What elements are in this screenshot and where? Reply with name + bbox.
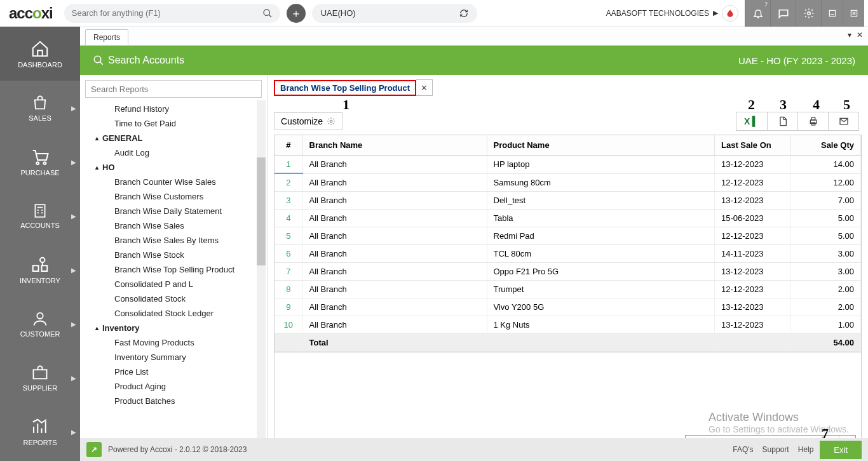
nav-label: PURCHASE [20,169,59,177]
exit-button[interactable]: Exit [820,441,862,459]
printer-icon [808,116,818,126]
footer-link-help[interactable]: Help [798,445,814,454]
tree-item[interactable]: Time to Get Paid [90,116,267,131]
tree-group-ho[interactable]: ▴HO [90,160,267,175]
header-bar: accoxi ＋ UAE(HO) AABASOFT TECHNOLOGIES ▶… [0,0,868,27]
tree-item[interactable]: Audit Log [90,145,267,160]
app-logo: accoxi [4,4,59,22]
table-row[interactable]: 2All BranchSamsung 80cm12-12-202312.00 [275,173,861,192]
nav-sales[interactable]: SALES ▶ [0,81,80,135]
table-row[interactable]: 9All BranchVivo Y200 5G13-12-20232.00 [275,298,861,316]
bell-badge: 7 [764,1,768,8]
bell-icon[interactable]: 7 [745,0,770,27]
total-label: Total [302,334,487,352]
table-row[interactable]: 4All BranchTabla15-06-20235.00 [275,210,861,227]
tree-item[interactable]: Branch Wise Sales By Items [90,233,267,248]
content-tab-close[interactable]: ✕ [416,79,433,96]
customize-button[interactable]: Customize [274,112,342,130]
tab-dropdown-icon[interactable]: ▾ [848,30,851,39]
col-branch[interactable]: Branch Name [302,135,487,156]
tree-item[interactable]: Branch Wise Stock [90,248,267,262]
chat-icon[interactable] [770,0,796,27]
export-pdf-button[interactable] [767,112,797,130]
search-icon [262,8,273,18]
search-icon [93,55,104,66]
chevron-right-icon: ▶ [71,320,76,327]
main-area: Reports ▾ ✕ Search Accounts UAE - HO (FY… [80,27,868,461]
main-tab-reports[interactable]: Reports [85,29,128,45]
tree-item[interactable]: Refund History [90,102,267,116]
table-row[interactable]: 3All BranchDell_test13-12-20237.00 [275,192,861,210]
tree-item[interactable]: Fast Moving Products [90,335,267,350]
tree-item[interactable]: Consolidated Stock [90,291,267,306]
tree-item[interactable]: Branch Wise Top Selling Product [90,262,267,277]
footer-link-faq[interactable]: FAQ's [733,445,753,454]
nav-dashboard[interactable]: DASHBOARD [0,27,80,81]
table-row[interactable]: 7All BranchOppo F21 Pro 5G13-12-20233.00 [275,263,861,281]
svg-line-1 [269,15,271,17]
left-nav: DASHBOARD SALES ▶ PURCHASE ▶ ACCOUNTS ▶ … [0,27,80,461]
col-lastsale[interactable]: Last Sale On [715,135,791,156]
tree-group-inventory[interactable]: ▴Inventory [90,321,267,335]
add-button[interactable]: ＋ [287,4,306,23]
table-row[interactable]: 1All BranchHP laptop13-12-202314.00 [275,156,861,174]
scrollbar-thumb[interactable] [257,157,266,265]
svg-point-18 [40,257,45,262]
notification-dot[interactable] [722,5,738,22]
content-tab[interactable]: Branch Wise Top Selling Product [274,80,416,96]
col-product[interactable]: Product Name [487,135,715,156]
annotation-7: 7 [822,425,829,442]
nav-customer[interactable]: CUSTOMER ▶ [0,297,80,351]
col-qty[interactable]: Sale Qty [791,135,861,156]
export-excel-button[interactable]: X ▍ [736,112,767,130]
tree-item[interactable]: Branch Wise Sales [90,218,267,233]
gear-icon[interactable] [796,0,821,27]
nav-purchase[interactable]: PURCHASE ▶ [0,135,80,189]
tree-item[interactable]: Consolidated Stock Ledger [90,306,267,321]
annotation-2: 2 [748,97,755,113]
svg-rect-29 [811,117,815,120]
email-button[interactable] [828,112,858,130]
table-row[interactable]: 8All BranchTrumpet12-12-20232.00 [275,281,861,298]
global-search-input[interactable] [72,8,262,18]
col-index[interactable]: # [275,135,302,156]
table-row[interactable]: 10All Branch1 Kg Nuts13-12-20231.00 [275,316,861,334]
reports-search-input[interactable] [91,84,256,94]
tree-item[interactable]: Branch Wise Customers [90,189,267,204]
tree-item[interactable]: Consolidated P and L [90,277,267,291]
tree-item[interactable]: Product Batches [90,394,267,408]
minimize-icon[interactable] [821,0,843,27]
branch-selector[interactable]: UAE(HO) [312,4,477,23]
footer-link-support[interactable]: Support [763,445,789,454]
close-window-icon[interactable] [843,0,864,27]
global-search[interactable] [64,4,280,23]
refresh-icon [459,9,468,18]
nav-label: REPORTS [24,439,57,446]
company-name[interactable]: AABASOFT TECHNOLOGIES [606,9,709,18]
search-accounts[interactable]: Search Accounts [93,55,184,66]
nav-supplier[interactable]: SUPPLIER ▶ [0,351,80,404]
print-button[interactable] [797,112,828,130]
briefcase-icon [31,364,49,382]
svg-rect-20 [34,370,47,378]
chevron-right-icon: ▶ [71,104,76,111]
nav-accounts[interactable]: ACCOUNTS ▶ [0,189,80,243]
nav-reports[interactable]: REPORTS ▶ [0,404,80,458]
scrollbar-track[interactable] [257,100,266,461]
table-row[interactable]: 6All BranchTCL 80cm14-11-20233.00 [275,245,861,263]
tab-close-icon[interactable]: ✕ [857,30,863,39]
table-total-row: Total 54.00 [275,334,861,352]
tabs-row: Reports ▾ ✕ [80,27,868,46]
table-row[interactable]: 5All BranchRedmi Pad12-12-20235.00 [275,227,861,245]
tree-item[interactable]: Price List [90,364,267,379]
tree-item[interactable]: Branch Wise Daily Statement [90,204,267,218]
tree-item[interactable]: Product Aging [90,379,267,394]
tree-group-general[interactable]: ▴GENERAL [90,131,267,145]
tree-item[interactable]: Inventory Summary [90,350,267,364]
reports-search[interactable] [85,80,262,98]
search-accounts-label: Search Accounts [108,55,184,66]
tree-item[interactable]: Branch Counter Wise Sales [90,175,267,189]
nav-inventory[interactable]: INVENTORY ▶ [0,243,80,297]
bag-icon [31,94,49,112]
chevron-up-icon: ▴ [95,324,98,331]
